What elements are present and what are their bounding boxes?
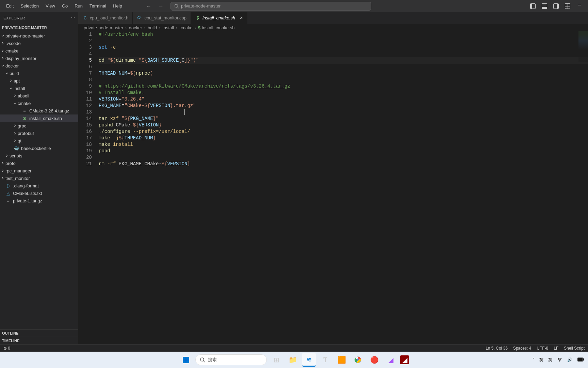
outline-panel-header[interactable]: OUTLINE: [0, 329, 78, 337]
code-line[interactable]: THREAD_NUM=$(nproc): [99, 70, 588, 77]
menu-go[interactable]: Go: [59, 1, 71, 11]
app-icon-4[interactable]: ◢: [400, 355, 409, 364]
tree-folder[interactable]: scripts: [0, 152, 78, 159]
status-encoding[interactable]: UTF-8: [537, 346, 548, 351]
tree-file[interactable]: $install_cmake.sh: [0, 114, 78, 122]
tree-folder[interactable]: display_monitor: [0, 55, 78, 62]
chrome-icon[interactable]: [351, 353, 365, 367]
tree-file[interactable]: ≡CMake-3.26.4.tar.gz: [0, 107, 78, 114]
vscode-icon[interactable]: ≋: [302, 353, 316, 367]
wifi-icon[interactable]: [557, 357, 562, 363]
tree-folder[interactable]: cmake: [0, 47, 78, 55]
task-view-icon[interactable]: ⊞: [270, 353, 283, 367]
code-line[interactable]: pushd CMake-${VERSION}: [99, 122, 588, 128]
code-line[interactable]: [99, 51, 588, 57]
minimap[interactable]: [578, 31, 588, 62]
breadcrumb-item[interactable]: build: [148, 25, 157, 30]
project-header[interactable]: PRIVATE-NODE-MASTER: [0, 24, 78, 31]
breadcrumb-item[interactable]: docker: [129, 25, 142, 30]
code-line[interactable]: make -j${THREAD_NUM}: [99, 135, 588, 141]
code-content[interactable]: #!/usr/bin/env bashset -ecd "$(dirname "…: [99, 31, 588, 344]
tree-folder[interactable]: abseil: [0, 92, 78, 99]
code-line[interactable]: [99, 109, 588, 116]
explorer-more-icon[interactable]: ⋯: [71, 16, 75, 20]
code-line[interactable]: popd: [99, 148, 588, 154]
customize-layout-icon[interactable]: [565, 3, 570, 9]
tab-cpu_stat_monitor-cpp[interactable]: C⁺cpu_stat_monitor.cpp: [133, 12, 191, 24]
tree-folder[interactable]: proto: [0, 159, 78, 167]
tree-folder[interactable]: grpc: [0, 122, 78, 129]
tree-folder[interactable]: install: [0, 85, 78, 92]
text-app-icon[interactable]: T: [318, 353, 332, 367]
tree-file[interactable]: 🐳base.dockerfile: [0, 144, 78, 152]
code-line[interactable]: # https://github.com/Kitware/CMake/archi…: [99, 83, 588, 90]
tree-file[interactable]: ⟨⟩.clang-format: [0, 182, 78, 189]
start-button[interactable]: [179, 353, 193, 367]
toggle-panel-icon[interactable]: [542, 3, 547, 9]
menu-view[interactable]: View: [42, 1, 59, 11]
windows-search[interactable]: 搜索: [195, 354, 267, 365]
code-line[interactable]: ./configure --prefix=/usr/local/: [99, 128, 588, 135]
app-icon-2[interactable]: 🔴: [368, 353, 381, 367]
breadcrumbs[interactable]: private-node-master›docker›build›install…: [78, 24, 588, 31]
system-tray[interactable]: ˄ 英 英 🔊: [533, 357, 584, 363]
code-line[interactable]: tar xzf "${PKG_NAME}": [99, 116, 588, 122]
code-line[interactable]: # Install cmake.: [99, 90, 588, 96]
menu-selection[interactable]: Selection: [17, 1, 42, 11]
code-line[interactable]: [99, 38, 588, 44]
code-line[interactable]: rm -rf PKG_NAME CMake-${VERSION}: [99, 161, 588, 167]
toggle-primary-sidebar-icon[interactable]: [530, 3, 536, 9]
editor-body[interactable]: 123456789101112131415161718192021 #!/usr…: [78, 31, 588, 344]
tree-folder[interactable]: test_monitor: [0, 174, 78, 182]
tab-install_cmake-sh[interactable]: $install_cmake.sh✕: [191, 12, 247, 24]
code-line[interactable]: set -e: [99, 44, 588, 51]
file-explorer-icon[interactable]: 📁: [286, 353, 299, 367]
status-errors[interactable]: ⊗ 0: [3, 346, 10, 351]
menu-run[interactable]: Run: [71, 1, 86, 11]
ime-status-1[interactable]: 英: [539, 357, 543, 363]
status-cursor-pos[interactable]: Ln 5, Col 36: [486, 346, 508, 351]
minimize-icon[interactable]: －: [576, 3, 583, 9]
menu-edit[interactable]: Edit: [3, 1, 17, 11]
battery-icon[interactable]: [577, 357, 584, 363]
toggle-secondary-sidebar-icon[interactable]: [553, 3, 559, 9]
tree-folder[interactable]: protobuf: [0, 129, 78, 137]
status-eol[interactable]: LF: [554, 346, 558, 351]
code-line[interactable]: [99, 154, 588, 161]
code-line[interactable]: #!/usr/bin/env bash: [99, 31, 588, 38]
tree-folder[interactable]: apt: [0, 77, 78, 85]
tree-folder[interactable]: qt: [0, 137, 78, 144]
nav-back-icon[interactable]: ←: [146, 3, 151, 9]
code-line[interactable]: VERSION="3.26.4": [99, 96, 588, 103]
tree-file[interactable]: △CMakeLists.txt: [0, 189, 78, 197]
tray-chevron-icon[interactable]: ˄: [533, 357, 535, 362]
status-language[interactable]: Shell Script: [564, 346, 585, 351]
tree-folder[interactable]: build: [0, 70, 78, 77]
nav-forward-icon[interactable]: →: [158, 3, 164, 9]
tab-cpu_load_monitor-h[interactable]: Ccpu_load_monitor.h: [78, 12, 133, 24]
status-spaces[interactable]: Spaces: 4: [513, 346, 531, 351]
menu-help[interactable]: Help: [110, 1, 126, 11]
file-tree[interactable]: private-node-master.vscodecmakedisplay_m…: [0, 31, 78, 329]
tree-file[interactable]: ≡private-1.tar.gz: [0, 197, 78, 204]
tree-folder[interactable]: cmake: [0, 99, 78, 107]
code-line[interactable]: [99, 64, 588, 70]
code-line[interactable]: PKG_NAME="CMake-${VERSION}.tar.gz": [99, 103, 588, 109]
timeline-panel-header[interactable]: TIMELINE: [0, 337, 78, 344]
tree-folder[interactable]: rpc_manager: [0, 167, 78, 174]
breadcrumb-item[interactable]: private-node-master: [84, 25, 123, 30]
command-center-search[interactable]: private-node-master: [170, 2, 371, 11]
code-line[interactable]: cd "$(dirname "${BASH_SOURCE[0]}")": [99, 57, 588, 64]
breadcrumb-item[interactable]: cmake: [179, 25, 192, 30]
tree-folder[interactable]: .vscode: [0, 40, 78, 47]
breadcrumb-item[interactable]: install: [163, 25, 174, 30]
app-icon-3[interactable]: ◢: [384, 353, 397, 367]
breadcrumb-item[interactable]: install_cmake.sh: [202, 25, 234, 30]
tree-folder[interactable]: docker: [0, 62, 78, 70]
code-line[interactable]: [99, 77, 588, 83]
app-icon-1[interactable]: 🟧: [335, 353, 348, 367]
menu-terminal[interactable]: Terminal: [86, 1, 110, 11]
ime-status-2[interactable]: 英: [548, 357, 552, 363]
close-tab-icon[interactable]: ✕: [239, 15, 243, 20]
tree-folder[interactable]: private-node-master: [0, 32, 78, 40]
